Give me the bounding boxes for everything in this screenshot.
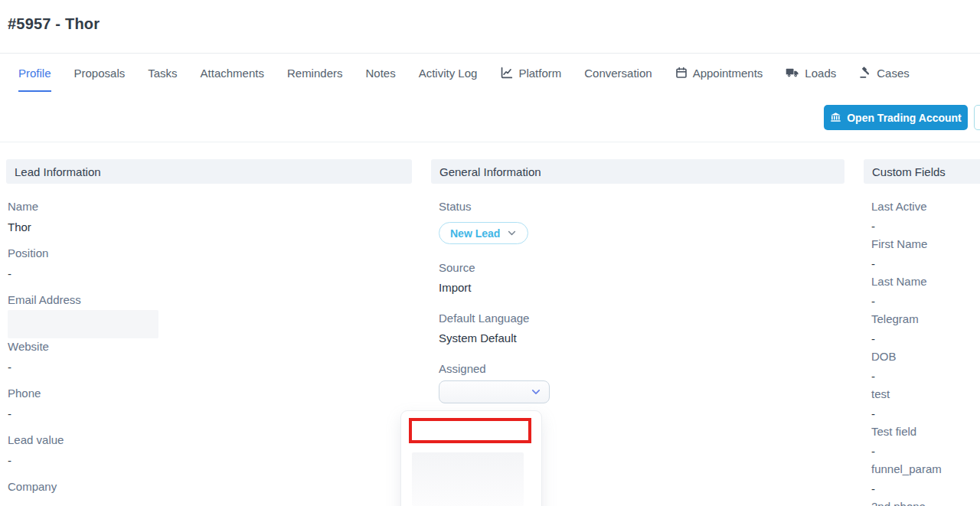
- page-title: #5957 - Thor: [8, 15, 100, 33]
- tab-tasks[interactable]: Tasks: [148, 54, 177, 92]
- field-value: -: [871, 257, 980, 271]
- secondary-action-button-partial[interactable]: [974, 105, 980, 130]
- annotation-highlight-rectangle: [409, 418, 531, 443]
- field-label: Phone: [8, 387, 412, 400]
- field-phone: Phone -: [8, 387, 412, 421]
- tab-profile[interactable]: Profile: [18, 54, 51, 92]
- field-label: First Name: [871, 237, 980, 251]
- field-label: Company: [8, 480, 412, 494]
- chart-line-icon: [500, 67, 513, 80]
- truck-icon: [786, 66, 799, 80]
- tab-label: Activity Log: [419, 67, 478, 80]
- custom-fields-section: Custom Fields Last Active - First Name -…: [864, 159, 980, 506]
- field-value: -: [8, 501, 412, 506]
- lead-information-section: Lead Information Name Thor Position - Em…: [6, 159, 412, 506]
- source-value: Import: [439, 281, 844, 295]
- field-email-address: Email Address: [8, 293, 412, 338]
- assignee-dropdown-panel: [400, 410, 542, 506]
- custom-field-2nd-phone: 2nd phone -: [871, 500, 980, 506]
- tab-label: Attachments: [201, 67, 264, 80]
- custom-fields-header: Custom Fields: [864, 159, 980, 184]
- status-label: Status: [439, 200, 844, 214]
- custom-field-test-field: Test field -: [871, 425, 980, 459]
- field-value: -: [871, 220, 980, 233]
- custom-field-first-name: First Name -: [871, 237, 980, 271]
- field-value: -: [871, 482, 980, 496]
- bank-icon: [830, 112, 841, 123]
- tab-label: Profile: [18, 67, 51, 80]
- tab-label: Appointments: [693, 67, 763, 80]
- tab-attachments[interactable]: Attachments: [201, 54, 264, 92]
- field-value: -: [871, 370, 980, 384]
- custom-field-test: test -: [871, 387, 980, 421]
- field-value: -: [871, 407, 980, 421]
- field-value: Thor: [8, 220, 412, 234]
- field-label: DOB: [871, 350, 980, 364]
- status-value: New Lead: [450, 227, 500, 240]
- calendar-icon: [675, 67, 688, 79]
- custom-field-funnel-param: funnel_param -: [871, 462, 980, 496]
- field-label: Email Address: [8, 293, 412, 307]
- tab-bar: Profile Proposals Tasks Attachments Remi…: [0, 53, 980, 92]
- field-label: Name: [8, 200, 412, 214]
- field-value: -: [871, 445, 980, 459]
- tab-loads[interactable]: Loads: [786, 54, 836, 92]
- source-label: Source: [439, 261, 844, 275]
- field-value: -: [8, 407, 412, 421]
- custom-field-last-active: Last Active -: [871, 200, 980, 233]
- field-company: Company -: [8, 480, 412, 506]
- open-trading-account-button[interactable]: Open Trading Account: [824, 105, 968, 130]
- custom-field-dob: DOB -: [871, 350, 980, 384]
- tab-label: Proposals: [74, 67, 126, 80]
- tab-notes[interactable]: Notes: [365, 54, 395, 92]
- field-value: -: [8, 454, 412, 468]
- tab-label: Tasks: [148, 67, 177, 80]
- field-value: -: [871, 295, 980, 308]
- field-label: Lead value: [8, 433, 412, 447]
- content-divider: [0, 142, 980, 142]
- assigned-select[interactable]: [439, 380, 550, 403]
- field-label: Position: [8, 246, 412, 260]
- custom-field-last-name: Last Name -: [871, 275, 980, 308]
- field-label: 2nd phone: [871, 500, 980, 506]
- field-value: -: [8, 267, 412, 281]
- field-position: Position -: [8, 246, 412, 281]
- field-name: Name Thor: [8, 200, 412, 234]
- field-lead-value: Lead value -: [8, 433, 412, 468]
- tab-conversation[interactable]: Conversation: [584, 54, 652, 92]
- assignee-search-input[interactable]: [412, 421, 528, 440]
- chevron-down-icon: [531, 387, 541, 397]
- field-label: Test field: [871, 425, 980, 439]
- tab-cases[interactable]: Cases: [859, 54, 910, 92]
- custom-field-telegram: Telegram -: [871, 312, 980, 346]
- field-label: funnel_param: [871, 462, 980, 476]
- tab-label: Reminders: [287, 67, 343, 80]
- status-dropdown[interactable]: New Lead: [439, 222, 528, 244]
- lead-information-header: Lead Information: [6, 159, 412, 184]
- lead-profile-page: #5957 - Thor Profile Proposals Tasks Att…: [0, 0, 980, 506]
- tab-appointments[interactable]: Appointments: [675, 54, 763, 92]
- field-label: Website: [8, 340, 412, 354]
- tab-platform[interactable]: Platform: [500, 54, 561, 92]
- field-label: test: [871, 387, 980, 401]
- general-information-header: General Information: [431, 159, 844, 184]
- email-redacted-value: [8, 310, 158, 338]
- field-value: -: [871, 332, 980, 346]
- tab-proposals[interactable]: Proposals: [74, 54, 126, 92]
- field-label: Last Active: [871, 200, 980, 214]
- general-information-section: General Information Status New Lead Sour…: [431, 159, 844, 403]
- gavel-icon: [859, 67, 871, 79]
- tab-reminders[interactable]: Reminders: [287, 54, 343, 92]
- field-value: -: [8, 361, 412, 374]
- tab-label: Conversation: [584, 67, 652, 80]
- assignee-options-list-blurred[interactable]: [412, 452, 524, 506]
- chevron-down-icon: [507, 228, 517, 238]
- default-language-label: Default Language: [439, 312, 844, 325]
- assigned-label: Assigned: [439, 362, 844, 376]
- tab-label: Platform: [518, 67, 561, 80]
- tab-activity-log[interactable]: Activity Log: [419, 54, 478, 92]
- tab-label: Loads: [805, 67, 836, 80]
- field-website: Website -: [8, 340, 412, 374]
- field-label: Last Name: [871, 275, 980, 289]
- tab-label: Notes: [365, 67, 395, 80]
